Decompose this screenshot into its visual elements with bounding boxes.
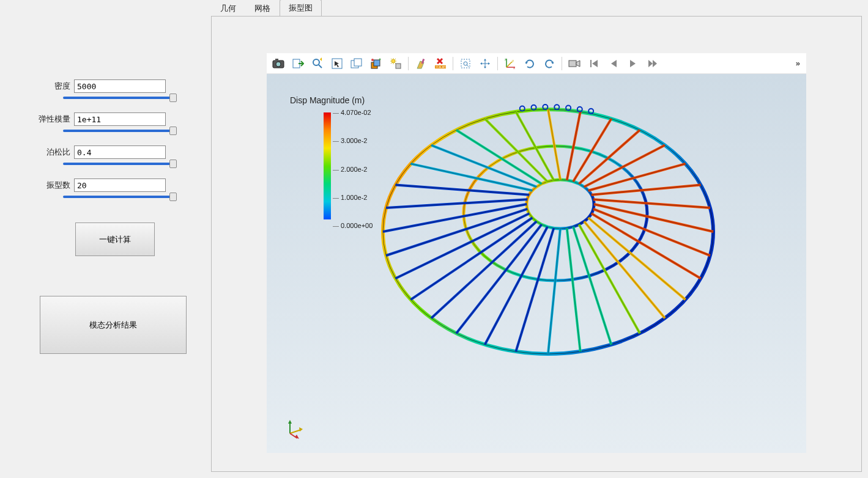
svg-rect-14 — [396, 64, 401, 68]
fast-forward-icon[interactable] — [644, 55, 662, 72]
svg-text:SCALARS: SCALARS — [436, 65, 447, 68]
svg-point-11 — [371, 59, 374, 61]
svg-point-4 — [313, 59, 319, 65]
orientation-triad — [284, 419, 305, 439]
svg-rect-2 — [275, 59, 278, 61]
svg-point-38 — [527, 180, 594, 229]
calculate-button[interactable]: 一键计算 — [75, 222, 155, 256]
tab-modeshape[interactable]: 振型图 — [280, 0, 322, 17]
remove-scalar-icon[interactable]: SCALARS — [431, 55, 450, 72]
axes-icon[interactable]: zxy — [501, 55, 519, 72]
legend-tick: 0.000e+00 — [333, 222, 373, 229]
first-frame-icon[interactable] — [585, 55, 603, 72]
rotate-cw-icon[interactable] — [540, 55, 558, 72]
svg-text:x: x — [513, 66, 515, 70]
pan-icon[interactable] — [476, 55, 494, 72]
viewport-panel: SCALARS zxy — [211, 16, 862, 472]
svg-line-27 — [506, 62, 512, 67]
legend-title: Disp Magnitude (m) — [290, 95, 365, 105]
svg-point-12 — [379, 58, 381, 60]
svg-rect-8 — [354, 59, 362, 66]
play-icon[interactable] — [624, 55, 642, 72]
svg-point-36 — [464, 146, 647, 281]
app-root: 密度 弹性模量 泊松比 振型数 一键计算 模态分析结果 — [0, 0, 868, 478]
svg-point-13 — [391, 59, 395, 63]
main-area: 几何 网格 振型图 — [211, 0, 868, 478]
toolbar-separator — [562, 57, 562, 70]
viewport-toolbar: SCALARS zxy — [267, 53, 806, 74]
slider-thumb[interactable] — [169, 193, 177, 201]
light-icon[interactable] — [387, 55, 405, 72]
svg-rect-30 — [590, 60, 592, 67]
svg-line-20 — [467, 65, 469, 67]
modes-slider-row — [37, 196, 193, 198]
toolbar-separator — [497, 57, 498, 70]
clear-icon[interactable] — [412, 55, 430, 72]
rubber-zoom-icon[interactable] — [456, 55, 475, 72]
modulus-slider-row — [37, 130, 193, 132]
svg-text:y: y — [512, 59, 514, 62]
param-modes: 振型数 — [37, 178, 193, 192]
sidebar: 密度 弹性模量 泊松比 振型数 一键计算 模态分析结果 — [0, 0, 211, 478]
legend-colorbar — [324, 112, 331, 219]
slider-thumb[interactable] — [169, 127, 177, 135]
tabs: 几何 网格 振型图 — [211, 0, 868, 16]
modes-label: 振型数 — [37, 180, 70, 191]
viewport-3d[interactable]: Disp Magnitude (m) 4.070e-02 3.000e-2 2.… — [267, 74, 806, 453]
modes-input[interactable] — [74, 178, 166, 192]
density-slider-row — [37, 97, 193, 99]
clip-plane-icon[interactable] — [367, 55, 385, 72]
svg-line-47 — [588, 218, 686, 300]
rotate-ccw-icon[interactable] — [521, 55, 539, 72]
svg-line-57 — [548, 229, 560, 354]
poisson-slider-row — [37, 163, 193, 165]
model-render — [371, 97, 725, 360]
legend-tick: 2.000e-2 — [333, 166, 367, 173]
modes-slider[interactable] — [63, 196, 173, 198]
svg-point-1 — [276, 62, 281, 67]
toolbar-separator — [408, 57, 409, 70]
poisson-input[interactable] — [74, 145, 166, 159]
svg-line-59 — [516, 228, 554, 351]
svg-line-75 — [386, 199, 527, 208]
svg-line-55 — [567, 228, 581, 351]
select-icon[interactable] — [328, 55, 346, 72]
legend-tick: 4.070e-02 — [333, 109, 371, 116]
results-button[interactable]: 模态分析结果 — [40, 296, 187, 354]
param-poisson: 泊松比 — [37, 145, 193, 159]
legend-tick: 1.000e-2 — [333, 194, 367, 201]
toolbar-overflow[interactable]: » — [792, 59, 804, 68]
camera-icon[interactable] — [269, 55, 287, 72]
prev-frame-icon[interactable] — [604, 55, 623, 72]
modulus-input[interactable] — [74, 112, 166, 126]
svg-line-41 — [594, 204, 713, 232]
color-legend: Disp Magnitude (m) 4.070e-02 3.000e-2 2.… — [290, 95, 365, 109]
param-density: 密度 — [37, 79, 193, 93]
svg-rect-10 — [374, 60, 380, 66]
svg-rect-29 — [569, 61, 576, 67]
tab-geometry[interactable]: 几何 — [211, 0, 245, 17]
svg-line-103 — [593, 199, 710, 208]
param-modulus: 弹性模量 — [37, 112, 193, 126]
tab-mesh[interactable]: 网格 — [245, 0, 280, 17]
zoom-fit-icon[interactable] — [308, 55, 327, 72]
legend-tick: 3.000e-2 — [333, 137, 367, 144]
poisson-slider[interactable] — [63, 163, 173, 165]
poisson-label: 泊松比 — [37, 147, 70, 158]
toolbar-separator — [453, 57, 453, 70]
density-input[interactable] — [74, 79, 166, 93]
density-slider[interactable] — [63, 97, 173, 99]
svg-line-73 — [383, 204, 527, 232]
slider-thumb[interactable] — [169, 160, 177, 168]
slider-thumb[interactable] — [169, 94, 177, 102]
modulus-slider[interactable] — [63, 130, 173, 132]
svg-line-53 — [573, 227, 611, 345]
record-icon[interactable] — [565, 55, 584, 72]
svg-line-5 — [319, 65, 322, 68]
export-icon[interactable] — [289, 55, 307, 72]
svg-line-89 — [548, 109, 560, 180]
box-select-icon[interactable] — [347, 55, 366, 72]
modulus-label: 弹性模量 — [37, 114, 70, 125]
svg-text:z: z — [505, 57, 506, 61]
svg-line-32 — [290, 430, 301, 433]
